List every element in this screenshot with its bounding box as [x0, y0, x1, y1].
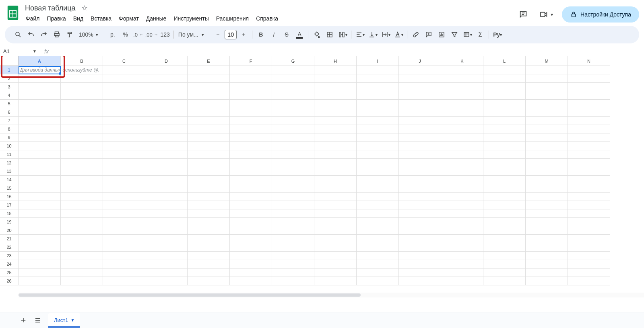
functions-icon[interactable]: Σ [474, 29, 486, 41]
cell[interactable] [483, 226, 526, 235]
cell[interactable] [230, 260, 272, 269]
cell[interactable] [19, 235, 61, 243]
cell[interactable] [19, 66, 61, 74]
cell[interactable] [399, 142, 441, 150]
cell[interactable] [399, 100, 441, 108]
cell[interactable] [568, 159, 610, 167]
cell[interactable] [272, 66, 314, 74]
cell[interactable] [145, 142, 188, 150]
cell[interactable] [61, 176, 103, 184]
cell[interactable] [230, 269, 272, 277]
cell[interactable] [441, 167, 483, 176]
cell[interactable] [357, 235, 399, 243]
italic-icon[interactable]: I [268, 29, 280, 41]
cell[interactable] [188, 243, 230, 252]
cell[interactable] [483, 252, 526, 260]
cell[interactable] [19, 142, 61, 150]
row-header[interactable]: 11 [0, 150, 19, 159]
cell[interactable] [230, 133, 272, 142]
cell[interactable] [61, 201, 103, 209]
cell[interactable] [483, 167, 526, 176]
increase-decimal-icon[interactable]: .00 → [145, 29, 159, 41]
cell[interactable] [103, 133, 145, 142]
row-header[interactable]: 1 [0, 66, 19, 74]
cell[interactable] [314, 150, 357, 159]
cell[interactable] [272, 167, 314, 176]
cell[interactable] [483, 269, 526, 277]
cell[interactable] [103, 108, 145, 117]
cell[interactable] [230, 125, 272, 133]
cell[interactable] [145, 235, 188, 243]
cell[interactable] [399, 269, 441, 277]
cell[interactable] [568, 193, 610, 201]
cell[interactable] [272, 218, 314, 226]
cell[interactable] [314, 167, 357, 176]
cell[interactable] [357, 74, 399, 83]
cell[interactable] [314, 209, 357, 218]
cell[interactable] [441, 184, 483, 193]
name-box[interactable]: A1 ▼ [0, 47, 40, 56]
v-align-icon[interactable]: ▾ [367, 29, 379, 41]
row-header[interactable]: 12 [0, 159, 19, 167]
cell[interactable] [230, 226, 272, 235]
cell[interactable] [357, 167, 399, 176]
cell[interactable] [272, 108, 314, 117]
cell[interactable] [483, 235, 526, 243]
menu-tools[interactable]: Инструменты [170, 14, 212, 23]
horizontal-scrollbar[interactable] [19, 293, 644, 297]
cell[interactable] [61, 226, 103, 235]
row-header[interactable]: 13 [0, 167, 19, 176]
cell[interactable] [188, 167, 230, 176]
cell[interactable] [526, 100, 568, 108]
cell[interactable] [399, 91, 441, 100]
cell[interactable] [441, 209, 483, 218]
cell[interactable] [526, 277, 568, 285]
cell[interactable] [568, 83, 610, 91]
cell[interactable] [314, 226, 357, 235]
cell[interactable] [441, 133, 483, 142]
cell[interactable] [230, 176, 272, 184]
cell[interactable] [568, 184, 610, 193]
cell[interactable] [188, 235, 230, 243]
table-view-icon[interactable]: ▾ [461, 29, 473, 41]
cell[interactable] [314, 235, 357, 243]
cell[interactable] [357, 66, 399, 74]
insert-comment-icon[interactable] [423, 29, 435, 41]
cell[interactable] [230, 83, 272, 91]
cell[interactable] [103, 74, 145, 83]
cell[interactable] [272, 201, 314, 209]
add-sheet-icon[interactable]: + [16, 313, 31, 328]
cell[interactable] [568, 201, 610, 209]
cell[interactable] [483, 159, 526, 167]
cell[interactable] [357, 209, 399, 218]
cell[interactable] [483, 193, 526, 201]
cell[interactable] [483, 150, 526, 159]
font-size-input[interactable] [225, 30, 237, 39]
cell[interactable] [103, 100, 145, 108]
cell[interactable] [103, 66, 145, 74]
cell[interactable] [314, 218, 357, 226]
filter-icon[interactable] [448, 29, 460, 41]
link-icon[interactable] [410, 29, 422, 41]
cell[interactable] [188, 218, 230, 226]
cell[interactable] [568, 100, 610, 108]
cell[interactable] [188, 269, 230, 277]
meet-button[interactable]: ▼ [536, 6, 557, 23]
cell[interactable] [483, 201, 526, 209]
cell[interactable] [357, 243, 399, 252]
cell[interactable] [483, 209, 526, 218]
column-header[interactable]: J [399, 56, 441, 66]
cell[interactable] [526, 226, 568, 235]
cell[interactable] [19, 209, 61, 218]
cell[interactable] [568, 209, 610, 218]
cell[interactable] [441, 243, 483, 252]
cell[interactable] [19, 117, 61, 125]
cell[interactable] [188, 159, 230, 167]
cell[interactable] [61, 252, 103, 260]
cell[interactable] [357, 159, 399, 167]
cell[interactable] [145, 226, 188, 235]
row-header[interactable]: 21 [0, 235, 19, 243]
cell[interactable] [103, 150, 145, 159]
redo-icon[interactable] [38, 29, 50, 41]
cell[interactable] [526, 142, 568, 150]
